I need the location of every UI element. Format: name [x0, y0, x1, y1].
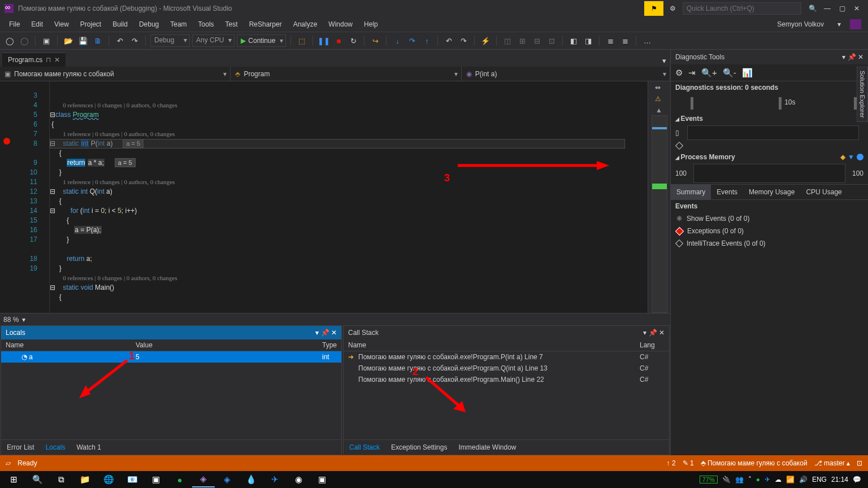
tab-locals[interactable]: Locals: [40, 440, 71, 455]
nav-class[interactable]: ⬘Program: [231, 67, 461, 81]
process-icon[interactable]: ⬚: [296, 34, 308, 47]
menu-analyze[interactable]: Analyze: [288, 18, 323, 30]
menu-resharper[interactable]: ReSharper: [244, 18, 288, 30]
chevron-down-icon[interactable]: ▾: [832, 18, 847, 30]
callstack-header[interactable]: Call Stack ▾ 📌 ✕: [344, 326, 669, 339]
close-icon[interactable]: ✕: [659, 329, 665, 337]
bookmark-icon[interactable]: ◧: [567, 34, 580, 47]
changes-icon[interactable]: ✎ 1: [683, 459, 694, 467]
tab-dropdown-icon[interactable]: ▾: [658, 54, 670, 67]
telegram-icon[interactable]: ✈: [263, 472, 286, 487]
tab-immediate[interactable]: Immediate Window: [453, 440, 522, 455]
stack-row[interactable]: ➜ Помогаю маме гуляю с собакой.exe!Progr…: [344, 351, 669, 363]
project-icon[interactable]: ⬘ Помогаю маме гуляю с собакой: [701, 459, 808, 467]
code-editor[interactable]: 3 4 5 6 7 8 9 10 11 12 13 14 15 16 17 18…: [0, 81, 670, 313]
diag-header[interactable]: Diagnostic Tools ▾ 📌 ✕: [671, 50, 868, 64]
notification-flag-icon[interactable]: ⚑: [644, 1, 663, 16]
col-name[interactable]: Name: [344, 339, 635, 351]
tab-program-cs[interactable]: Program.cs ⊓ ✕: [2, 53, 66, 67]
menu-project[interactable]: Project: [75, 18, 107, 30]
tray-wifi-icon[interactable]: 📶: [786, 476, 795, 483]
spotify-icon[interactable]: ●: [168, 472, 191, 487]
menu-debug[interactable]: Debug: [133, 18, 164, 30]
close-tab-icon[interactable]: ✕: [54, 56, 60, 64]
stack-row[interactable]: Помогаю маме гуляю с собакой.exe!Program…: [344, 374, 669, 385]
more-icon[interactable]: …: [641, 34, 653, 47]
snapshot-icon[interactable]: ▼: [848, 153, 854, 161]
tray-up-icon[interactable]: ˄: [748, 476, 752, 483]
app2-icon[interactable]: ◉: [287, 472, 310, 487]
menu-window[interactable]: Window: [323, 18, 358, 30]
undo2-icon[interactable]: ↶: [442, 34, 455, 47]
chrome-icon[interactable]: 🌐: [97, 472, 120, 487]
dropdown-icon[interactable]: ▾: [842, 53, 845, 61]
event-exceptions[interactable]: Exceptions (0 of 0): [671, 225, 868, 237]
tab-cpu[interactable]: CPU Usage: [800, 185, 847, 199]
nav-fwd-icon[interactable]: ◯: [18, 34, 31, 47]
vs-icon[interactable]: ◈: [192, 472, 215, 487]
locals-header[interactable]: Locals ▾ 📌 ✕: [1, 326, 341, 339]
outdent-icon[interactable]: ≣: [619, 34, 631, 47]
redo2-icon[interactable]: ↷: [457, 34, 470, 47]
col-type[interactable]: Type: [318, 339, 341, 351]
publish-icon[interactable]: ↑ 2: [667, 459, 676, 467]
layout-icon[interactable]: ◫: [501, 34, 514, 47]
tray-telegram-icon[interactable]: ✈: [765, 476, 770, 483]
scroll-map[interactable]: ⇔ ⚠ ▲: [648, 81, 670, 313]
pin-icon[interactable]: ⊓: [46, 56, 51, 64]
redo-icon[interactable]: ↷: [128, 34, 141, 47]
notifications-icon[interactable]: 💬: [853, 476, 861, 483]
maximize-button[interactable]: ▢: [835, 2, 849, 15]
save-all-icon[interactable]: 🗎: [92, 34, 104, 47]
new-item-icon[interactable]: ▣: [40, 34, 53, 47]
close-icon[interactable]: ✕: [858, 53, 863, 61]
step-over-icon[interactable]: ↷: [406, 34, 418, 47]
tab-events[interactable]: Events: [711, 185, 743, 199]
start-button[interactable]: ⊞: [2, 472, 25, 487]
bookmark2-icon[interactable]: ◨: [582, 34, 594, 47]
nav-project[interactable]: ▣Помогаю маме гуляю с собакой: [0, 67, 231, 81]
zoom-level[interactable]: 88 %: [3, 316, 19, 324]
tab-error-list[interactable]: Error List: [1, 440, 40, 455]
search-icon[interactable]: 🔍: [806, 2, 819, 15]
tab-callstack[interactable]: Call Stack: [344, 440, 385, 455]
menu-tools[interactable]: Tools: [193, 18, 220, 30]
stop-icon[interactable]: ■: [332, 34, 345, 47]
platform-dropdown[interactable]: Any CPU: [192, 34, 235, 47]
tray-volume-icon[interactable]: 🔊: [799, 476, 808, 483]
save-icon[interactable]: 💾: [77, 34, 89, 47]
select-icon[interactable]: ⇥: [688, 68, 696, 78]
restart-icon[interactable]: ↻: [347, 34, 359, 47]
indent-icon[interactable]: ≣: [604, 34, 617, 47]
stack-row[interactable]: Помогаю маме гуляю с собакой.exe!Program…: [344, 363, 669, 374]
open-icon[interactable]: 📂: [62, 34, 75, 47]
tray-onedrive-icon[interactable]: ☁: [775, 476, 782, 483]
locals-row[interactable]: ◔ a 5 int: [1, 351, 341, 363]
menu-test[interactable]: Test: [220, 18, 244, 30]
events-header[interactable]: Events: [671, 113, 868, 124]
explorer-icon[interactable]: 📁: [73, 472, 96, 487]
close-button[interactable]: ✕: [850, 2, 863, 15]
tab-summary[interactable]: Summary: [671, 185, 711, 199]
people-icon[interactable]: 👥: [735, 476, 744, 483]
tray-time[interactable]: 21:14: [831, 476, 848, 483]
app3-icon[interactable]: ▣: [311, 472, 333, 487]
nav-member[interactable]: ◉P(int a): [462, 67, 670, 81]
col-lang[interactable]: Lang: [635, 339, 669, 351]
event-show[interactable]: ❋Show Events (0 of 0): [671, 212, 868, 225]
gc-icon[interactable]: ◆: [840, 153, 845, 161]
solution-explorer-tab[interactable]: Solution Explorer: [857, 67, 868, 122]
private-bytes-icon[interactable]: [857, 154, 863, 160]
menu-view[interactable]: View: [49, 18, 75, 30]
nav-back-icon[interactable]: ◯: [3, 34, 16, 47]
menu-file[interactable]: File: [3, 18, 25, 30]
feedback-icon[interactable]: ⚙: [666, 2, 679, 15]
menu-help[interactable]: Help: [358, 18, 384, 30]
config-dropdown[interactable]: Debug: [150, 34, 190, 47]
chevron-down-icon[interactable]: ▾: [22, 316, 25, 324]
col-name[interactable]: Name: [1, 339, 131, 351]
event-intellitrace[interactable]: IntelliTrace Events (0 of 0): [671, 237, 868, 250]
menu-team[interactable]: Team: [164, 18, 192, 30]
quick-launch-input[interactable]: [683, 2, 801, 15]
layout4-icon[interactable]: ⊡: [545, 34, 558, 47]
